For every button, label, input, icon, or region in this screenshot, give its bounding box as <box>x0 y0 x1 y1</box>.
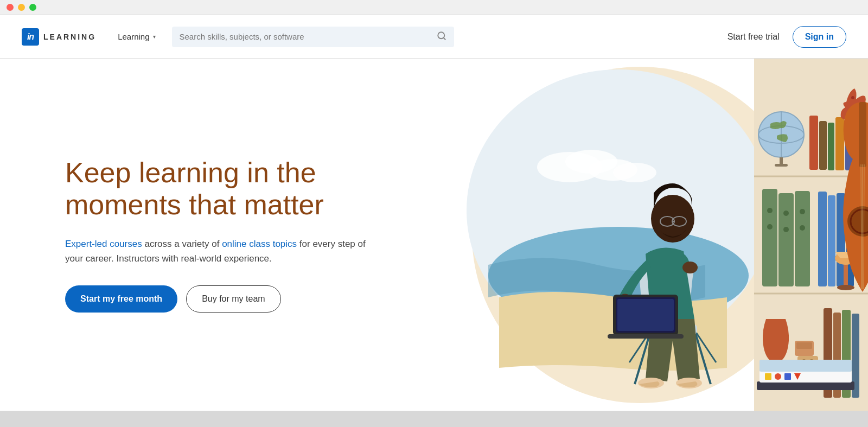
svg-point-46 <box>783 211 789 216</box>
start-free-trial-link[interactable]: Start free trial <box>727 32 780 42</box>
svg-line-1 <box>443 37 445 39</box>
expert-led-link[interactable]: Expert-led courses <box>65 239 142 249</box>
hero-text: Keep learning in the moments that matter… <box>65 157 380 313</box>
page: in LEARNING Learning ▾ Start free trial … <box>0 15 868 411</box>
maximize-button-icon[interactable] <box>29 4 36 11</box>
svg-point-40 <box>851 96 854 99</box>
close-button-icon[interactable] <box>7 4 14 11</box>
svg-rect-42 <box>778 193 794 286</box>
svg-rect-25 <box>608 334 684 339</box>
chevron-down-icon: ▾ <box>153 34 156 40</box>
svg-rect-68 <box>859 102 866 167</box>
svg-rect-24 <box>617 299 674 331</box>
hero-scene-svg <box>445 59 868 411</box>
linkedin-logo-icon[interactable]: in <box>22 28 39 46</box>
learning-dropdown-label: Learning <box>118 32 149 41</box>
svg-rect-73 <box>760 371 852 383</box>
hero-headline: Keep learning in the moments that matter <box>65 157 380 222</box>
search-bar <box>172 27 454 47</box>
svg-point-45 <box>767 224 773 230</box>
svg-rect-34 <box>775 164 788 167</box>
svg-rect-58 <box>796 342 812 349</box>
svg-rect-41 <box>762 189 777 286</box>
sign-in-button[interactable]: Sign in <box>793 26 846 48</box>
nav-right: Start free trial Sign in <box>727 26 846 48</box>
search-input[interactable] <box>180 32 431 41</box>
hero-buttons: Start my free month Buy for my team <box>65 285 380 313</box>
bottom-bar <box>0 411 868 427</box>
navbar: in LEARNING Learning ▾ Start free trial … <box>0 15 868 59</box>
learning-brand-label: LEARNING <box>43 33 96 41</box>
online-class-link[interactable]: online class topics <box>222 239 297 249</box>
hero-section: Keep learning in the moments that matter… <box>0 59 868 411</box>
svg-rect-76 <box>784 373 791 380</box>
svg-rect-77 <box>760 360 852 372</box>
start-free-month-button[interactable]: Start my free month <box>65 285 177 313</box>
buy-for-team-button[interactable]: Buy for my team <box>186 285 280 313</box>
svg-rect-51 <box>828 195 835 286</box>
logo-area: in LEARNING <box>22 28 96 46</box>
svg-rect-50 <box>818 192 827 286</box>
svg-point-14 <box>682 262 698 273</box>
svg-point-75 <box>775 373 781 380</box>
svg-point-44 <box>767 208 773 213</box>
minimize-button-icon[interactable] <box>18 4 25 11</box>
search-icon[interactable] <box>437 31 446 43</box>
window-chrome <box>0 0 868 15</box>
svg-rect-35 <box>809 116 818 170</box>
svg-rect-74 <box>765 373 771 380</box>
svg-point-56 <box>837 285 854 290</box>
svg-point-47 <box>783 227 789 232</box>
learning-dropdown[interactable]: Learning ▾ <box>112 29 161 44</box>
svg-rect-38 <box>835 117 844 170</box>
svg-rect-43 <box>795 191 810 286</box>
svg-rect-36 <box>819 121 827 170</box>
svg-rect-37 <box>828 123 834 170</box>
svg-point-6 <box>613 163 656 182</box>
svg-point-48 <box>800 209 805 214</box>
svg-point-49 <box>800 225 805 231</box>
svg-rect-72 <box>757 381 854 390</box>
hero-description: Expert-led courses across a variety of o… <box>65 237 380 266</box>
hero-illustration <box>445 59 868 411</box>
